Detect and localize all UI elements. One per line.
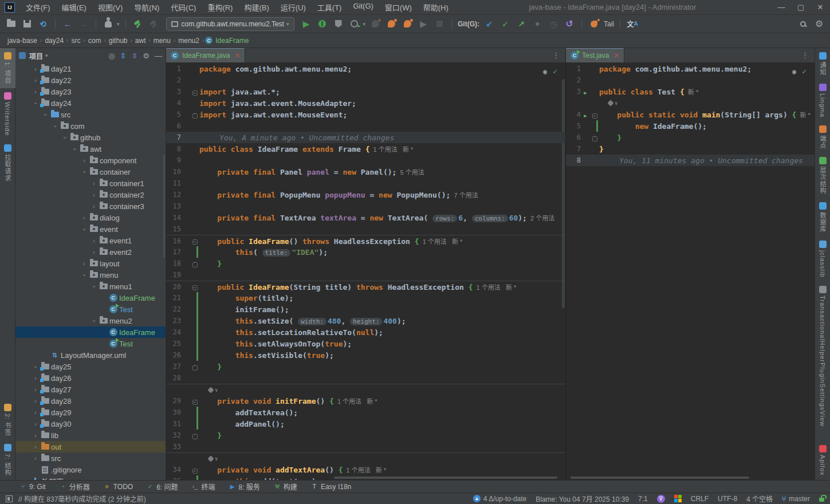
code-line[interactable]: 25 this.setAlwaysOnTop(true); (166, 338, 565, 349)
code-line[interactable]: 23 this.setSize( width:480, height:400); (166, 315, 565, 326)
tree-item-ideaframe[interactable]: CIdeaFrame (15, 326, 166, 338)
toolwindow-button-lingma[interactable]: Lingma (815, 80, 830, 121)
tree-chevron-icon[interactable]: › (31, 432, 40, 439)
tree-chevron-icon[interactable]: › (89, 238, 99, 244)
code-line[interactable]: 6ˆ } (566, 132, 815, 143)
run-gutter-icon[interactable]: ▶ (581, 88, 590, 96)
menu-t[interactable]: 工具(T) (312, 0, 347, 14)
fold-icon[interactable]: − (590, 111, 599, 119)
code-line[interactable]: 1package com.github.awt.menu.menu2; (566, 63, 815, 74)
chevron-down-icon[interactable]: ▾ (45, 53, 48, 58)
tree-chevron-icon[interactable]: › (33, 99, 39, 108)
sync-icon[interactable]: ⟲ (37, 18, 49, 30)
tree-item-component[interactable]: ›component (15, 155, 166, 166)
code-line[interactable]: 14 private final TextArea textArea = new… (166, 212, 565, 223)
code-line[interactable]: 17 this( title:"IDEA"); (166, 246, 565, 258)
code-line[interactable]: 31 addPanel(); (166, 418, 565, 430)
build-project-icon[interactable] (132, 18, 144, 30)
ai-action-line[interactable]: ∨ (166, 384, 565, 395)
search-everywhere-icon[interactable] (797, 18, 809, 30)
ai-action-line[interactable]: ∨ (166, 452, 565, 464)
toolwindow-button-1项目[interactable]: 1: 项目 (0, 48, 15, 88)
forward-icon[interactable]: → (77, 18, 90, 30)
tree-chevron-icon[interactable]: › (80, 215, 89, 221)
code-line[interactable]: 30 addTextArea(); (166, 407, 565, 418)
debug-button[interactable] (316, 18, 329, 30)
menu-c[interactable]: 代码(C) (166, 0, 201, 14)
breadcrumb-item[interactable]: day24 (43, 37, 65, 45)
git-commit-icon[interactable]: ✓ (499, 18, 512, 30)
toolwindow-bar-git-branch[interactable]: ⑂9: Git (19, 483, 46, 491)
expand-all-icon[interactable]: ⇕ (120, 52, 127, 60)
tree-chevron-icon[interactable]: › (81, 167, 88, 176)
ai-inline-action-icon[interactable]: ∨ (199, 387, 218, 393)
tree-item-.gitignore[interactable]: .gitignore (15, 464, 166, 475)
tree-chevron-icon[interactable]: › (81, 270, 88, 279)
tree-chevron-icon[interactable]: › (52, 121, 58, 131)
tree-item-awt[interactable]: ›awt (15, 143, 166, 155)
code-line[interactable]: 5ˆimport java.awt.event.MouseEvent; (166, 109, 565, 120)
git-delta-widget[interactable]: ▲ 4 Δ/up-to-date (473, 495, 526, 503)
tree-chevron-icon[interactable]: › (31, 66, 40, 72)
tree-chevron-icon[interactable]: › (80, 261, 89, 267)
breadcrumb-item[interactable]: java-base (6, 37, 39, 45)
tree-chevron-icon[interactable]: › (91, 316, 97, 325)
blame-widget[interactable]: Blame: You 04 7月 2025 10:39 (536, 494, 629, 503)
fold-icon[interactable]: ˆ (190, 259, 199, 268)
tree-item-day29[interactable]: ›day29 (15, 407, 166, 418)
toolwindow-button-通知[interactable]: 通知 (815, 48, 830, 80)
close-button[interactable]: ✕ (811, 1, 830, 14)
menu-v[interactable]: 视图(V) (93, 0, 128, 14)
tree-item-out[interactable]: ›out (15, 441, 166, 452)
code-line[interactable]: 18ˆ } (166, 258, 565, 269)
code-line[interactable]: 15 (166, 223, 565, 235)
tree-chevron-icon[interactable]: › (31, 89, 40, 95)
code-line[interactable]: 3▶public class Test { 新 * (566, 86, 815, 97)
tree-item-test[interactable]: CTest (15, 304, 166, 315)
code-line[interactable]: 21 super(title); (166, 292, 565, 304)
tree-item-src[interactable]: ›src (15, 452, 166, 464)
breadcrumb-item[interactable]: github (107, 37, 129, 45)
tree-item-day28[interactable]: ›day28 (15, 395, 166, 407)
locate-file-icon[interactable]: ◎ (108, 52, 115, 60)
tree-scrollbar[interactable] (163, 155, 165, 258)
profiler-button[interactable] (348, 18, 361, 30)
tree-item-外部库[interactable]: ›外部库 (15, 475, 166, 480)
menu-n[interactable]: 导航(N) (129, 0, 164, 14)
toolwindow-button-数据库[interactable]: 数据库 (815, 198, 830, 237)
git-branch-widget[interactable]: ⑂ master (782, 495, 810, 503)
tree-item-day27[interactable]: ›day27 (15, 384, 166, 395)
code-line[interactable]: 33 (166, 441, 565, 452)
tree-item-menu[interactable]: ›menu (15, 269, 166, 281)
menu-r[interactable]: 重构(R) (202, 0, 238, 14)
menu-h[interactable]: 帮助(H) (418, 0, 454, 14)
code-area-right[interactable]: ◉ ✓ 1package com.github.awt.menu.menu2;2… (566, 63, 815, 480)
run-button[interactable]: ▶ (300, 18, 313, 30)
tree-item-day24[interactable]: ›day24 (15, 97, 166, 109)
code-line[interactable]: 28 (166, 372, 565, 384)
code-line[interactable]: 27ˆ } (166, 361, 565, 372)
code-line[interactable]: 5 new IdeaFrame(); (566, 120, 815, 132)
fold-icon[interactable]: − (190, 237, 199, 245)
tree-chevron-icon[interactable]: › (89, 180, 99, 187)
tree-chevron-icon[interactable]: › (62, 133, 68, 142)
blame-annotation-line[interactable]: 7You, A minute ago • Uncommitted changes (166, 132, 565, 143)
hide-panel-icon[interactable]: — (155, 52, 162, 60)
breadcrumb-item[interactable]: menu (152, 37, 172, 45)
tree-item-src[interactable]: ›src (15, 109, 166, 120)
tree-chevron-icon[interactable]: › (31, 398, 40, 404)
code-line[interactable]: 11 (166, 178, 565, 189)
editor-right-hscrollbar[interactable] (571, 477, 749, 479)
project-panel-title[interactable]: 项目 (29, 51, 43, 61)
tree-chevron-icon[interactable]: › (31, 387, 40, 393)
toolwindow-button-jclasslib[interactable]: jclasslib (815, 237, 830, 282)
code-line[interactable]: 29− private void initFrame() { 1 个用法 新 * (166, 395, 565, 407)
rerun-debug-orange-icon[interactable] (401, 18, 414, 30)
fold-icon[interactable]: ˆ (190, 111, 199, 119)
tab-test-java[interactable]: C Test.java ✕ (566, 48, 624, 62)
code-line[interactable]: 20− public IdeaFrame(String title) throw… (166, 281, 565, 292)
tree-item-day22[interactable]: ›day22 (15, 74, 166, 86)
code-line[interactable]: 8public class IdeaFrame extends Frame { … (166, 143, 565, 155)
tab-options-kebab-icon[interactable]: ⋮ (796, 48, 815, 62)
breadcrumb-item[interactable]: menu2 (176, 37, 201, 45)
